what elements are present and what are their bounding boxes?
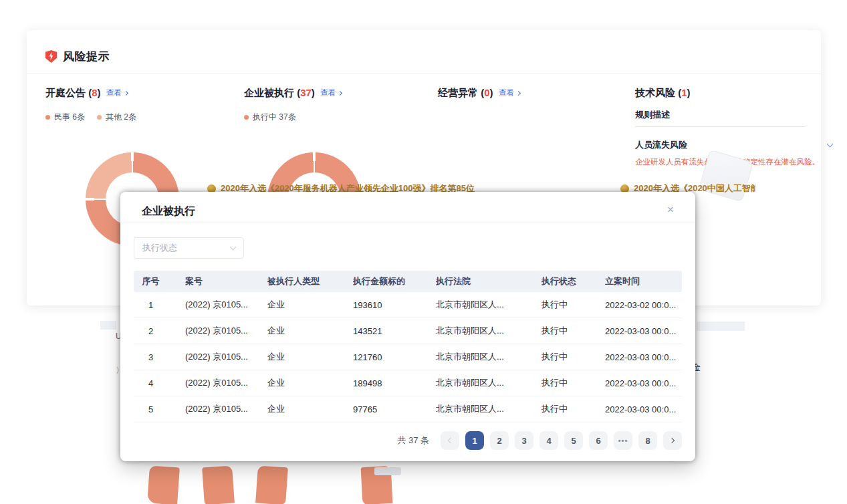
legend-court-announcement: 民事 6条 其他 2条	[45, 112, 136, 123]
pagination-total: 共 37 条	[397, 434, 429, 447]
screen: 风险提示 开庭公告 (8) 查看 民事 6条 其他 2条 企业被执行 (37) …	[0, 0, 847, 504]
column-title: 开庭公告 (8)	[45, 87, 101, 100]
col-header: 立案时间	[605, 275, 682, 287]
view-link-court-announcement[interactable]: 查看	[106, 88, 128, 99]
chevron-right-icon	[515, 91, 520, 96]
underlay-chart-leg	[202, 465, 235, 504]
view-link-enforced[interactable]: 查看	[320, 88, 342, 99]
view-link-abnormal-operation[interactable]: 查看	[499, 88, 520, 99]
column-enforced-title: 企业被执行 (37) 查看	[244, 87, 342, 100]
underlay-gray-piece	[374, 467, 401, 475]
table-row: 2 (2022) 京0105... 企业 143521 北京市朝阳区人... 执…	[134, 318, 682, 344]
chevron-right-icon	[123, 91, 128, 96]
table-row: 4 (2022) 京0105... 企业 189498 北京市朝阳区人... 执…	[134, 370, 682, 396]
pagination: 共 37 条 1 2 3 4 5 6 ••• 8	[134, 431, 682, 450]
underlay-band	[697, 322, 745, 331]
pagination-page-button[interactable]: 2	[490, 431, 509, 450]
legend-dot	[45, 115, 50, 120]
col-header: 被执行人类型	[267, 275, 353, 287]
modal-title-divider	[120, 223, 695, 223]
risk-panel-header: 风险提示	[45, 49, 110, 64]
legend-item: 执行中 37条	[244, 112, 296, 123]
chevron-right-icon	[338, 91, 342, 96]
pagination-page-button[interactable]: 3	[515, 431, 533, 450]
column-title: 企业被执行 (37)	[244, 87, 315, 100]
select-placeholder: 执行状态	[142, 242, 177, 254]
col-header: 执行法院	[436, 275, 541, 287]
col-header: 执行金额标的	[353, 275, 436, 287]
chevron-down-icon	[230, 243, 237, 250]
page-title: 风险提示	[63, 49, 110, 64]
col-header: 案号	[185, 275, 267, 287]
close-icon[interactable]: ×	[663, 203, 678, 217]
enforced-table: 序号 案号 被执行人类型 执行金额标的 执行法院 执行状态 立案时间 1 (20…	[134, 271, 682, 422]
legend-dot	[97, 115, 102, 120]
legend-item: 其他 2条	[97, 112, 136, 123]
count-badge: 8	[92, 87, 97, 98]
column-title: 技术风险 (1)	[635, 87, 691, 100]
column-title: 经营异常 (0)	[438, 87, 493, 100]
count-badge: 1	[681, 87, 687, 98]
count-badge: 37	[300, 87, 312, 98]
pagination-page-button[interactable]: 4	[539, 431, 558, 450]
underlay-chart-leg	[255, 465, 288, 504]
underlay-chart-leg	[147, 465, 180, 504]
rule-description-label: 规则描述	[635, 109, 670, 121]
pagination-page-button[interactable]: 5	[564, 431, 583, 450]
column-court-announcement-title: 开庭公告 (8) 查看	[45, 87, 128, 100]
risk-item-collapse[interactable]: 人员流失风险	[635, 139, 832, 151]
pagination-next-button[interactable]	[663, 431, 682, 450]
pagination-page-button[interactable]: 8	[638, 431, 657, 450]
chevron-left-icon	[448, 438, 453, 443]
table-row: 3 (2022) 京0105... 企业 121760 北京市朝阳区人... 执…	[134, 344, 682, 370]
column-tech-risk-title: 技术风险 (1)	[635, 87, 691, 100]
pagination-page-button[interactable]: 1	[465, 431, 484, 450]
legend-enforced: 执行中 37条	[244, 112, 296, 123]
lightning-icon	[48, 52, 54, 60]
risk-shield-icon	[45, 50, 57, 63]
count-badge: 0	[484, 87, 489, 98]
table-row: 5 (2022) 京0105... 企业 97765 北京市朝阳区人... 执行…	[134, 396, 682, 422]
legend-dot	[244, 115, 249, 120]
chevron-down-icon	[827, 140, 834, 147]
enforced-detail-modal: 企业被执行 × 执行状态 序号 案号 被执行人类型 执行金额标的 执行法院 执行…	[120, 192, 695, 461]
col-header: 序号	[134, 275, 185, 287]
modal-title: 企业被执行	[142, 205, 195, 219]
pagination-prev-button[interactable]	[441, 431, 459, 450]
table-row: 1 (2022) 京0105... 企业 193610 北京市朝阳区人... 执…	[134, 292, 682, 318]
legend-item: 民事 6条	[45, 112, 85, 123]
column-abnormal-operation-title: 经营异常 (0) 查看	[438, 87, 520, 100]
risk-item-name: 人员流失风险	[635, 139, 687, 151]
header-divider	[27, 74, 821, 74]
underlay-band	[100, 321, 116, 330]
chevron-right-icon	[669, 438, 675, 443]
execution-status-select[interactable]: 执行状态	[134, 237, 244, 259]
table-header-row: 序号 案号 被执行人类型 执行金额标的 执行法院 执行状态 立案时间	[134, 271, 682, 292]
pagination-page-button[interactable]: 6	[589, 431, 608, 450]
col-header: 执行状态	[541, 275, 605, 287]
rule-divider	[635, 126, 805, 127]
pagination-ellipsis-button[interactable]: •••	[614, 431, 632, 450]
